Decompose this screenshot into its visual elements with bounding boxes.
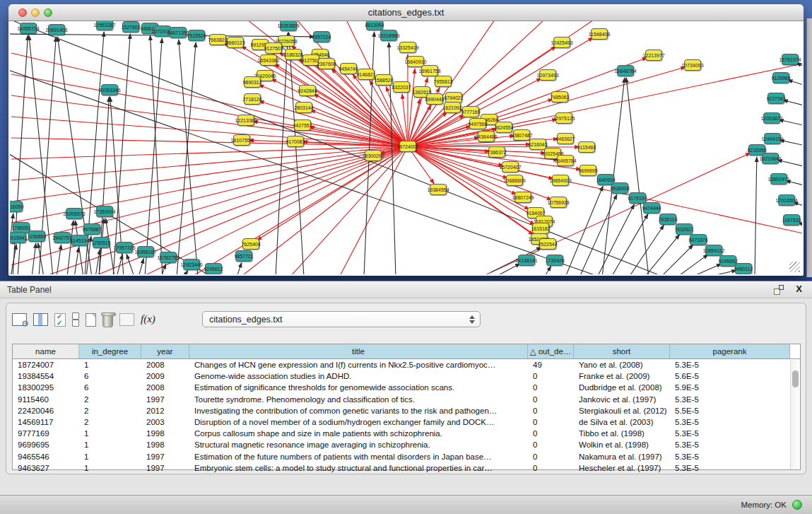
- graph-edge[interactable]: [777, 160, 802, 168]
- graph-node[interactable]: 2718126: [244, 93, 261, 105]
- table-cell[interactable]: 0: [528, 439, 574, 450]
- table-cell[interactable]: 49: [528, 359, 574, 370]
- graph-node[interactable]: 9245612: [205, 263, 222, 274]
- table-cell[interactable]: Jankovic et al. (1997): [574, 394, 670, 405]
- table-cell[interactable]: 1: [79, 451, 141, 462]
- graph-node[interactable]: 17016504: [778, 194, 795, 206]
- graph-node[interactable]: 2522544: [539, 238, 556, 250]
- show-columns-icon[interactable]: [33, 313, 48, 326]
- column-header-3[interactable]: title: [189, 344, 528, 358]
- graph-node[interactable]: 19384554: [430, 184, 447, 195]
- table-cell[interactable]: Changes of HCN gene expression and I(f) …: [189, 359, 528, 370]
- graph-edge[interactable]: [755, 157, 757, 274]
- graph-edge[interactable]: [310, 110, 408, 146]
- table-cell[interactable]: 1998: [141, 439, 189, 450]
- graph-node[interactable]: 9115460: [578, 141, 595, 153]
- table-cell[interactable]: 5.9E-5: [670, 382, 790, 393]
- table-cell[interactable]: 0: [528, 382, 574, 393]
- table-cell[interactable]: Corpus callosum shape and size in male p…: [189, 428, 528, 439]
- graph-node[interactable]: 14138141: [518, 255, 535, 266]
- graph-node[interactable]: 9890312: [244, 76, 261, 88]
- table-cell[interactable]: 2003: [141, 416, 189, 428]
- graph-node[interactable]: 1156869: [28, 230, 45, 242]
- table-cell[interactable]: 0: [528, 451, 574, 462]
- graph-node[interactable]: 7515526: [188, 30, 205, 41]
- graph-node[interactable]: 15720407: [502, 161, 519, 173]
- graph-node[interactable]: 12213383: [237, 115, 254, 126]
- table-cell[interactable]: 5.3E-5: [670, 428, 790, 439]
- table-cell[interactable]: 19384554: [13, 370, 79, 382]
- table-row[interactable]: 1938455462009Genome-wide association stu…: [13, 370, 800, 382]
- graph-edge[interactable]: [179, 40, 198, 274]
- create-column-icon[interactable]: [86, 313, 96, 327]
- graph-node[interactable]: 9127503: [265, 42, 282, 54]
- table-cell[interactable]: 2: [79, 394, 141, 405]
- graph-edge[interactable]: [783, 100, 802, 107]
- table-cell[interactable]: 9699695: [13, 439, 79, 450]
- table-cell[interactable]: 2: [79, 405, 141, 416]
- graph-edge[interactable]: [579, 194, 617, 274]
- table-cell[interactable]: 5.6E-5: [670, 370, 790, 382]
- table-cell[interactable]: 6: [79, 370, 141, 382]
- table-cell[interactable]: 22420046: [13, 405, 79, 416]
- table-row[interactable]: 946554611997Estimation of the future num…: [13, 451, 800, 462]
- graph-node[interactable]: 8322037: [393, 81, 410, 93]
- graph-node[interactable]: 3915941: [10, 232, 26, 243]
- table-cell[interactable]: 5.3E-5: [670, 451, 790, 462]
- graph-edge[interactable]: [177, 42, 196, 274]
- graph-node[interactable]: 13325419: [399, 42, 416, 53]
- graph-node[interactable]: 19218586: [380, 30, 397, 41]
- column-header-0[interactable]: name: [13, 344, 79, 358]
- graph-node[interactable]: 7386372: [488, 146, 505, 158]
- graph-node[interactable]: 18807249: [514, 192, 531, 203]
- table-cell[interactable]: 18300295: [13, 382, 79, 393]
- graph-edge[interactable]: [113, 34, 130, 274]
- graph-edge[interactable]: [237, 262, 242, 274]
- table-row[interactable]: 911546021997Tourette syndrome. Phenomeno…: [13, 394, 800, 405]
- table-cell[interactable]: de Silva et al. (2003): [574, 416, 670, 428]
- graph-node[interactable]: 13892971: [770, 173, 787, 185]
- table-row[interactable]: 2242004622012Investigating the contribut…: [13, 405, 800, 416]
- table-cell[interactable]: Nakamura et al. (1997): [574, 451, 670, 462]
- graph-node[interactable]: 6179197: [629, 192, 646, 204]
- graph-node[interactable]: 8990448: [426, 93, 443, 105]
- graph-node[interactable]: 1145194: [71, 235, 88, 246]
- network-canvas[interactable]: 1405572420691406105532871527602946616010…: [10, 21, 802, 274]
- graph-node[interactable]: 3624554: [495, 122, 512, 133]
- graph-node[interactable]: 14055724: [20, 23, 37, 34]
- graph-node[interactable]: 16782759: [160, 252, 177, 263]
- graph-edge[interactable]: [408, 64, 802, 146]
- graph-edge[interactable]: [276, 33, 288, 274]
- graph-edge[interactable]: [117, 255, 122, 274]
- table-cell[interactable]: 5.3E-5: [670, 359, 790, 370]
- table-cell[interactable]: 1: [79, 428, 141, 439]
- graph-edge[interactable]: [191, 146, 408, 274]
- table-row[interactable]: 969969511998Structural magnetic resonanc…: [13, 439, 800, 450]
- graph-node[interactable]: 2942757: [54, 232, 71, 243]
- table-mode-icon[interactable]: [12, 313, 27, 326]
- graph-node[interactable]: 9497568: [469, 118, 486, 129]
- graph-edge[interactable]: [788, 80, 802, 88]
- table-row[interactable]: 1456911722003Disruption of a novel membe…: [13, 416, 800, 428]
- graph-node[interactable]: 7632621: [676, 223, 693, 235]
- graph-node[interactable]: 9227343: [767, 93, 784, 104]
- graph-node[interactable]: 10756928: [550, 197, 567, 208]
- table-cell[interactable]: 5.5E-5: [670, 405, 790, 416]
- graph-node[interactable]: 10734093: [684, 59, 701, 71]
- graph-node[interactable]: 24364486: [478, 131, 495, 142]
- graph-node[interactable]: 1621092: [444, 102, 461, 113]
- table-cell[interactable]: 1997: [141, 394, 189, 405]
- graph-node[interactable]: 16958167: [137, 246, 154, 257]
- graph-node[interactable]: 12444154: [764, 133, 781, 144]
- column-header-1[interactable]: in_degree: [79, 344, 141, 358]
- table-cell[interactable]: 9777169: [13, 428, 79, 439]
- graph-node[interactable]: 9699695: [579, 165, 596, 176]
- graph-edge[interactable]: [779, 119, 802, 127]
- graph-node[interactable]: 12975125: [555, 112, 572, 124]
- graph-node[interactable]: 26495784: [557, 155, 574, 166]
- graph-edge[interactable]: [11, 146, 408, 244]
- graph-edge[interactable]: [408, 146, 546, 153]
- table-cell[interactable]: 18724007: [13, 359, 79, 370]
- table-cell[interactable]: 2008: [141, 359, 189, 370]
- graph-node[interactable]: 11548408: [591, 28, 608, 40]
